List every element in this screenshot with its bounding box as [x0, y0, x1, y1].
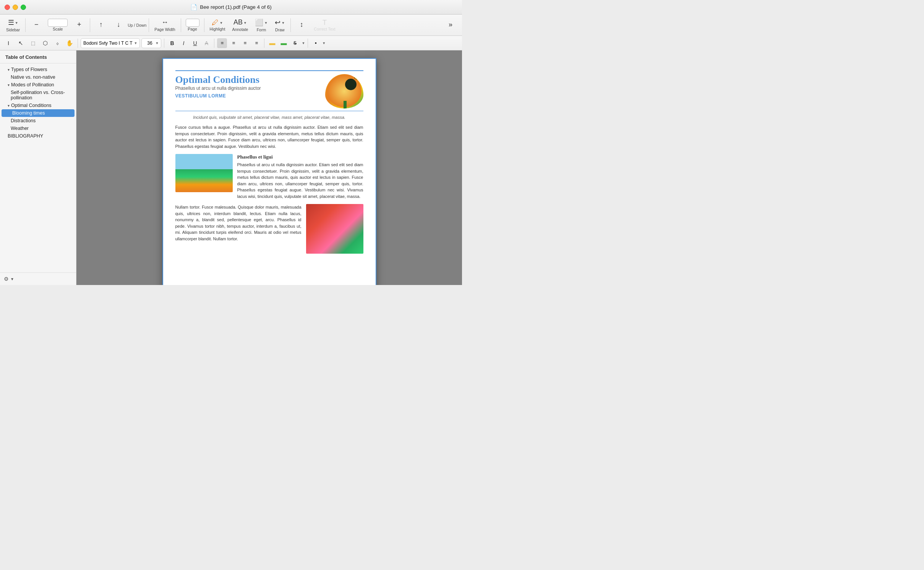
- sidebar-item-optimal-conditions[interactable]: ▾ Optimal Conditions: [0, 102, 76, 109]
- draw-icon: ↩: [275, 18, 280, 27]
- sidebar-arrow: ▼: [15, 21, 18, 25]
- text-cursor-tool[interactable]: I: [3, 38, 14, 49]
- cursor-button[interactable]: ↕: [293, 19, 310, 31]
- color-options[interactable]: ▼: [302, 41, 305, 45]
- sec-divider-5: [308, 39, 308, 48]
- sec-divider-2: [164, 39, 164, 48]
- pdf-title-block: Optimal Conditions Phasellus ut arcu ut …: [175, 74, 261, 101]
- sidebar-item-modes-of-pollination[interactable]: ▾ Modes of Pollination: [0, 81, 76, 89]
- draw-button[interactable]: ↩ ▼ Draw: [271, 17, 288, 34]
- page-width-button[interactable]: ↔ Page Width: [151, 17, 178, 33]
- window-title: 📄 Bee report (1).pdf (Page 4 of 6): [190, 4, 272, 11]
- divider-4: [181, 18, 181, 32]
- annotate-button[interactable]: AB ▼ Annotate: [229, 17, 251, 33]
- gear-dropdown-arrow[interactable]: ▼: [10, 277, 14, 281]
- pdf-section-label: VESTIBULUM LORME: [175, 93, 261, 99]
- sidebar-item-types-of-flowers[interactable]: ▾ Types of Flowers: [0, 66, 76, 73]
- divider-5: [204, 18, 204, 32]
- correct-text-button: T Correct Text: [311, 17, 338, 33]
- sidebar-item-self-cross-pollination[interactable]: Self-pollination vs. Cross-pollination: [0, 89, 76, 102]
- pdf-col-body: Phasellus ut arcu ut nulla dignissim auc…: [237, 162, 363, 199]
- pdf-header: Optimal Conditions Phasellus ut arcu ut …: [175, 74, 363, 108]
- main-toolbar: ☰ ▼ Sidebar − 56% Scale + ↑ ↓ Up / Down …: [0, 15, 462, 36]
- minimize-button[interactable]: [13, 5, 18, 10]
- zoom-out-icon: −: [34, 21, 39, 29]
- pdf-flower-image: [325, 74, 363, 108]
- form-arrow: ▼: [264, 21, 267, 25]
- select-box-tool[interactable]: ⬚: [28, 38, 38, 49]
- up-icon: ↑: [99, 21, 103, 29]
- zoom-in-button[interactable]: +: [71, 19, 88, 31]
- page-input[interactable]: 4: [186, 19, 199, 27]
- pdf-two-col-section: Phasellus et ligui Phasellus ut arcu ut …: [175, 154, 363, 199]
- zoom-out-button[interactable]: −: [28, 19, 45, 31]
- scale-input[interactable]: 56%: [48, 19, 68, 27]
- close-button[interactable]: [5, 5, 10, 10]
- sec-divider-4: [264, 39, 264, 48]
- sidebar-toggle[interactable]: ☰ ▼ Sidebar: [3, 17, 23, 34]
- font-size-selector[interactable]: 36 ▼: [141, 38, 161, 48]
- pdf-col2-text-block: Nullam tortor. Fusce malesuada. Quisque …: [175, 204, 302, 254]
- cursor-icon: ↕: [300, 21, 303, 29]
- scroll-up-button[interactable]: ↑: [92, 19, 109, 31]
- more-options-button[interactable]: »: [442, 19, 459, 31]
- lasso-tool[interactable]: ⬡: [40, 38, 50, 49]
- expand-arrow-modes: ▾: [8, 83, 10, 87]
- more-options-icon: »: [449, 21, 452, 29]
- italic-button[interactable]: I: [178, 38, 188, 48]
- eraser-tool[interactable]: ⬨: [52, 38, 63, 49]
- pdf-italic-quote: Incidunt quis, vulputate sit amet, place…: [175, 115, 363, 120]
- page-group: 4 Page: [183, 17, 202, 33]
- sidebar: Table of Contents ▾ Types of Flowers Nat…: [0, 50, 76, 285]
- pdf-top-rule: [175, 70, 363, 71]
- hand-tool[interactable]: ✋: [64, 38, 75, 49]
- align-center-button[interactable]: ≡: [229, 38, 238, 48]
- scale-group: 56% Scale: [45, 17, 70, 33]
- text-strikethrough-button[interactable]: S̶: [290, 38, 300, 48]
- highlight-green-button[interactable]: ▬: [279, 38, 289, 48]
- gear-button[interactable]: ⚙: [4, 276, 9, 282]
- draw-arrow: ▼: [281, 21, 285, 25]
- highlight-green-icon: ▬: [280, 40, 287, 47]
- align-left-button[interactable]: ≡: [217, 38, 227, 48]
- divider-6: [290, 18, 291, 32]
- highlight-yellow-button[interactable]: ▬: [267, 38, 277, 48]
- redact-button[interactable]: ▪: [311, 38, 321, 48]
- sec-divider-3: [214, 39, 214, 48]
- redact-options[interactable]: ▼: [322, 41, 326, 45]
- annotate-arrow: ▼: [243, 21, 247, 25]
- main-area: Table of Contents ▾ Types of Flowers Nat…: [0, 50, 462, 285]
- highlight-button[interactable]: 🖊 ▼ Highlight: [207, 17, 229, 33]
- pdf-col-title: Phasellus et ligui: [237, 154, 363, 160]
- align-justify-button[interactable]: ≡: [251, 38, 261, 48]
- form-button[interactable]: ⬜ ▼ Form: [252, 17, 271, 34]
- highlight-yellow-icon: ▬: [269, 40, 275, 47]
- highlight-icon: 🖊: [212, 19, 219, 27]
- font-selector[interactable]: Bodoni Svty Two I T C T ▼: [81, 38, 140, 48]
- sidebar-item-weather[interactable]: Weather: [0, 125, 76, 132]
- sec-divider-1: [78, 39, 78, 48]
- pdf-subtitle: Phasellus ut arcu ut nulla dignissim auc…: [175, 86, 261, 91]
- sidebar-footer: ⚙ ▼: [0, 272, 76, 285]
- align-right-button[interactable]: ≡: [240, 38, 250, 48]
- fullscreen-button[interactable]: [21, 5, 26, 10]
- down-icon: ↓: [117, 21, 120, 29]
- strikethrough-button[interactable]: A: [201, 38, 211, 48]
- expand-arrow-types: ▾: [8, 68, 10, 72]
- underline-button[interactable]: U: [190, 38, 200, 48]
- pdf-page: Optimal Conditions Phasellus ut arcu ut …: [162, 58, 376, 285]
- divider-3: [149, 18, 149, 32]
- pdf-view: Optimal Conditions Phasellus ut arcu ut …: [76, 50, 462, 285]
- pdf-two-col2-section: Nullam tortor. Fusce malesuada. Quisque …: [175, 204, 363, 254]
- annotate-icon: AB: [233, 18, 243, 26]
- bold-button[interactable]: B: [167, 38, 177, 48]
- form-icon: ⬜: [255, 18, 263, 27]
- sidebar-item-bibliography[interactable]: BIBLIOGRAPHY: [0, 132, 76, 140]
- sidebar-item-distractions[interactable]: Distractions: [0, 117, 76, 125]
- sidebar-item-blooming-times[interactable]: Blooming times: [2, 109, 75, 117]
- highlight-arrow: ▼: [219, 21, 223, 25]
- select-tool[interactable]: ↖: [15, 38, 26, 49]
- pdf-body-paragraph-2: Nullam tortor. Fusce malesuada. Quisque …: [175, 204, 302, 242]
- scroll-down-button[interactable]: ↓: [110, 19, 127, 31]
- sidebar-item-native-vs-nonnative[interactable]: Native vs. non-native: [0, 73, 76, 81]
